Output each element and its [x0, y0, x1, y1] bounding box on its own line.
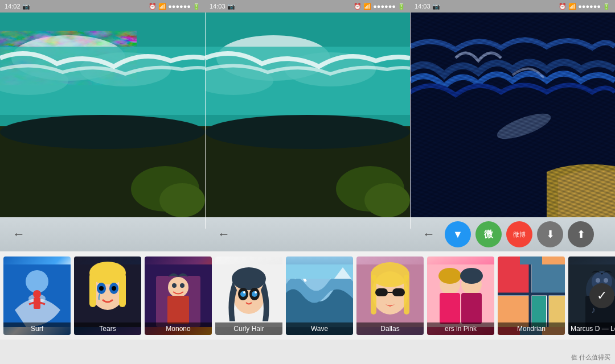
filter-carousel: Surf Tears — [0, 251, 615, 340]
filter-label-pink: ers in Pink — [427, 322, 494, 335]
svg-rect-70 — [532, 264, 565, 293]
filter-label-dallas: Dallas — [356, 322, 424, 335]
svg-point-44 — [232, 267, 266, 290]
svg-rect-30 — [89, 273, 96, 307]
watermark: 值 什么值得买 — [571, 353, 610, 362]
watermark-text: 值 什么值得买 — [571, 354, 610, 361]
share-button[interactable]: ⬆ — [568, 221, 594, 247]
filter-label-mono: Monono — [145, 322, 212, 335]
weibo-button[interactable]: 微博 — [506, 221, 532, 247]
filter-item-surf[interactable]: Surf — [3, 257, 71, 335]
svg-point-21 — [26, 270, 48, 293]
ocean-image-1 — [0, 13, 205, 217]
signal-icon-1: ●●●●●● — [168, 3, 191, 10]
svg-rect-31 — [119, 273, 126, 307]
svg-point-23 — [33, 290, 41, 298]
filter-label-surf: Surf — [3, 322, 71, 335]
status-bar-3: 14:03 📷 ⏰ 📶 ●●●●●● 🔋 — [410, 0, 615, 13]
download-button[interactable]: ⬇ — [537, 221, 563, 247]
image-panels — [0, 13, 615, 217]
back-arrow-icon-1: ← — [13, 227, 25, 242]
filter-item-pink[interactable]: ers in Pink — [427, 257, 494, 335]
image-panel-2 — [205, 13, 410, 217]
wifi-icon-2: 📶 — [363, 3, 371, 10]
status-icons-3: ⏰ 📶 ●●●●●● 🔋 — [559, 3, 610, 10]
dropdown-button[interactable]: ▼ — [445, 221, 471, 247]
back-button-2[interactable]: ← — [214, 224, 234, 245]
weibo-icon: 微博 — [513, 230, 526, 239]
svg-point-49 — [243, 291, 245, 293]
camera-icon-1: 📷 — [22, 3, 30, 10]
filter-label-wave: Wave — [286, 322, 353, 335]
wifi-icon-1: 📶 — [158, 3, 166, 10]
status-time-3: 14:03 📷 — [415, 3, 440, 10]
status-time-2: 14:03 📷 — [210, 3, 235, 10]
wechat-button[interactable]: 微 — [475, 221, 502, 247]
action-bar-3: ← ▼ 微 微博 ⬇ ⬆ — [410, 217, 615, 251]
time-display-1: 14:02 — [5, 3, 20, 10]
status-icons-1: ⏰ 📶 ●●●●●● 🔋 — [149, 3, 200, 10]
dropdown-icon: ▼ — [453, 229, 463, 241]
battery-icon-1: 🔋 — [192, 3, 200, 10]
battery-icon-2: 🔋 — [397, 3, 405, 10]
alarm-icon-3: ⏰ — [559, 3, 567, 10]
status-time-1: 14:02 📷 — [5, 3, 30, 10]
action-buttons-group: ▼ 微 微博 ⬇ ⬆ — [445, 221, 594, 247]
signal-icon-3: ●●●●●● — [578, 3, 601, 10]
wechat-icon: 微 — [484, 229, 493, 241]
status-icons-2: ⏰ 📶 ●●●●●● 🔋 — [354, 3, 405, 10]
filter-item-mono[interactable]: Monono — [145, 257, 212, 335]
battery-icon-3: 🔋 — [602, 3, 610, 10]
svg-point-8 — [159, 183, 205, 217]
filter-item-dallas[interactable]: Dallas — [356, 257, 424, 335]
svg-point-6 — [0, 115, 205, 149]
svg-point-35 — [112, 286, 116, 291]
download-icon: ⬇ — [546, 228, 555, 241]
image-panel-1 — [0, 13, 205, 217]
alarm-icon-2: ⏰ — [354, 3, 362, 10]
back-arrow-icon-2: ← — [218, 227, 230, 242]
image-panel-3 — [410, 13, 615, 217]
wifi-icon-3: 📶 — [568, 3, 576, 10]
svg-rect-4 — [0, 47, 205, 115]
filter-label-marcus: Marcus D — Lone ... — [568, 322, 615, 335]
svg-point-17 — [364, 183, 410, 217]
time-display-2: 14:03 — [210, 3, 226, 10]
svg-rect-39 — [167, 296, 189, 324]
ocean-image-2 — [205, 13, 410, 217]
alarm-icon-1: ⏰ — [149, 3, 157, 10]
svg-rect-58 — [375, 288, 388, 296]
svg-rect-69 — [498, 264, 529, 293]
svg-point-40 — [172, 283, 177, 288]
back-button-1[interactable]: ← — [9, 224, 29, 245]
status-bar-1: 14:02 📷 ⏰ 📶 ●●●●●● 🔋 — [0, 0, 205, 13]
back-button-3[interactable]: ← — [419, 224, 439, 245]
svg-point-34 — [99, 286, 104, 291]
panel-divider-1 — [205, 13, 206, 229]
filter-label-curly: Curly Hair — [215, 322, 282, 335]
svg-rect-65 — [461, 293, 482, 324]
svg-point-15 — [205, 115, 410, 149]
action-bar-2: ← — [205, 217, 410, 251]
svg-point-55 — [371, 262, 409, 287]
svg-point-41 — [180, 283, 184, 288]
action-bars: ← ← ← ▼ 微 微博 ⬇ ⬆ — [0, 217, 615, 251]
time-display-3: 14:03 — [415, 3, 430, 10]
svg-rect-64 — [440, 293, 460, 324]
filter-item-mondrian[interactable]: Mondrian — [498, 257, 565, 335]
svg-rect-56 — [371, 275, 376, 315]
filter-item-wave[interactable]: Wave — [286, 257, 353, 335]
signal-icon-2: ●●●●●● — [373, 3, 396, 10]
svg-rect-59 — [392, 288, 405, 296]
share-icon: ⬆ — [577, 228, 585, 241]
panel-divider-2 — [410, 13, 411, 229]
camera-icon-2: 📷 — [227, 3, 235, 10]
svg-point-50 — [255, 291, 257, 293]
filter-item-marcus[interactable]: ♪ ♩ ✓ Marcus D — Lone ... — [568, 257, 615, 335]
filter-item-tears[interactable]: Tears — [74, 257, 141, 335]
svg-rect-57 — [404, 275, 409, 315]
svg-rect-13 — [205, 47, 410, 115]
back-arrow-icon-3: ← — [423, 227, 435, 242]
filter-item-curly[interactable]: Curly Hair — [215, 257, 282, 335]
svg-point-38 — [168, 277, 188, 297]
